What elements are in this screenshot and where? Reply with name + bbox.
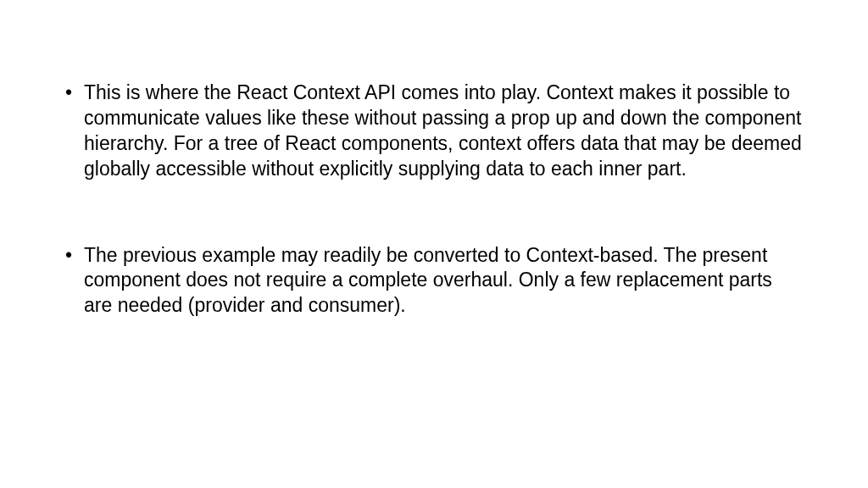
bullet-list: This is where the React Context API come… <box>64 80 804 319</box>
list-item: This is where the React Context API come… <box>64 80 804 182</box>
list-item: The previous example may readily be conv… <box>64 243 804 319</box>
